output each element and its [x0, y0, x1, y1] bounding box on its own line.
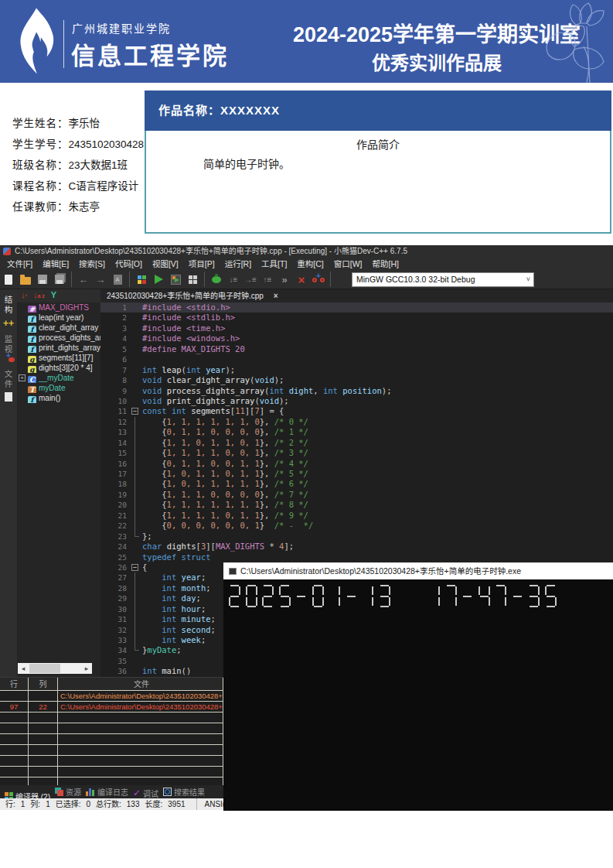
- bottom-tab-resources[interactable]: 资源: [55, 785, 81, 798]
- fold-guide: [135, 635, 135, 645]
- tree-item[interactable]: gdights[3][20 * 4]: [17, 363, 100, 373]
- tree-item[interactable]: fclear_dight_array: [17, 323, 100, 333]
- fold-guide: [135, 427, 135, 437]
- tree-item-label: leap(int year): [39, 313, 83, 322]
- menu-item[interactable]: 代码[O]: [115, 258, 142, 270]
- scroll-right-icon[interactable]: ▸: [81, 663, 92, 674]
- code-token: #include <windows.h>: [142, 333, 240, 343]
- side-tab-监视[interactable]: 监视: [0, 335, 17, 364]
- tree-item[interactable]: fprocess_dights_array: [17, 333, 100, 343]
- message-row[interactable]: 9722C:\Users\Administrator\Desktop\24351…: [0, 702, 223, 713]
- tree-item[interactable]: fprint_dights_array: [17, 343, 100, 353]
- toolbar-button-find-in-files[interactable]: A: [109, 271, 126, 288]
- code-token: int: [162, 593, 176, 603]
- code-token: 0, 1, 1, 0, 0, 1, 1: [167, 459, 260, 468]
- toolbar-button-back-arrow[interactable]: ←: [75, 271, 92, 288]
- toolbar-button-rebuild[interactable]: [184, 271, 201, 288]
- toolbar-button-save[interactable]: [34, 271, 51, 288]
- console-window[interactable]: C:\Users\Administrator\Desktop\243510203…: [223, 562, 613, 810]
- code-text: void process_dights_array(int dight, int…: [142, 386, 391, 396]
- code-token: day: [182, 593, 196, 603]
- bottom-tab-debug[interactable]: ✓调试: [133, 787, 158, 799]
- toolbar-button-open-folder[interactable]: [17, 271, 34, 288]
- fold-column: [130, 417, 141, 427]
- work-box: 作品名称：XXXXXXX 作品简介 简单的电子时钟。: [145, 91, 611, 234]
- code-line: 20 {1, 1, 1, 1, 1, 1, 1}, /* 8 */: [100, 500, 613, 510]
- menu-item[interactable]: 编辑[E]: [43, 258, 69, 270]
- side-tab-结构[interactable]: 结构++: [0, 296, 17, 329]
- toolbar-button-save-all[interactable]: [51, 271, 68, 288]
- code-text: {1, 0, 1, 1, 1, 1, 1}, /* 6 */: [142, 479, 308, 489]
- bottom-tab-compile-log[interactable]: 编译日志: [86, 785, 128, 798]
- toolbar-button-step-out[interactable]: ↑≡: [259, 271, 276, 288]
- tree-item[interactable]: +C__myDate: [17, 373, 100, 383]
- segment: [264, 596, 272, 597]
- toolbar-button-compile-run[interactable]: [167, 271, 184, 288]
- menu-item[interactable]: 运行[R]: [225, 258, 251, 270]
- tree-item[interactable]: #MAX_DIGHTS: [17, 302, 100, 313]
- tree-item[interactable]: fmain(): [17, 393, 100, 403]
- toolbar-button-run[interactable]: [150, 271, 167, 288]
- scroll-left-icon[interactable]: ◂: [18, 663, 29, 674]
- toolbar-button-step-into[interactable]: →≡: [242, 271, 259, 288]
- inheritance-icon[interactable]: Y: [51, 289, 56, 301]
- code-token: 0, 1, 1, 0, 0, 0, 0: [167, 427, 260, 436]
- menu-item[interactable]: 帮助[H]: [372, 258, 398, 270]
- segment: [538, 586, 540, 595]
- bottom-tab-search-results[interactable]: 搜索结果: [163, 785, 205, 798]
- expand-icon[interactable]: +: [19, 374, 26, 381]
- menu-item[interactable]: 窗口[W]: [334, 258, 363, 270]
- menu-item[interactable]: 重构[C]: [297, 258, 323, 270]
- code-token: [142, 614, 162, 624]
- fold-guide: [135, 511, 135, 521]
- editor-tab[interactable]: 2435102030428+李乐怡+简单的电子时钟.cpp ×: [102, 289, 283, 302]
- code-token: ][: [245, 406, 255, 415]
- bottom-tab-label: 编译日志: [97, 786, 128, 798]
- scrollbar-thumb[interactable]: [29, 664, 60, 673]
- code-text: {1, 1, 1, 1, 0, 0, 1}, /* 3 */: [142, 448, 308, 458]
- toolbar-button-debug[interactable]: [208, 271, 225, 288]
- message-row[interactable]: C:\Users\Administrator\Desktop\243510203…: [0, 691, 223, 702]
- close-icon[interactable]: ×: [274, 289, 278, 302]
- compiler-profile-select[interactable]: MinGW GCC10.3.0 32-bit Debug ˅: [352, 272, 534, 287]
- segment: [438, 586, 440, 595]
- code-token: int: [323, 386, 338, 395]
- fold-toggle-icon[interactable]: −: [131, 564, 138, 571]
- horizontal-scrollbar[interactable]: ◂ ▸: [18, 663, 92, 674]
- bottom-tab-compiler[interactable]: 编译器 (2): [5, 790, 50, 798]
- toolbar-button-compile[interactable]: [133, 271, 150, 288]
- fold-column: [130, 365, 141, 375]
- toolbar-button-profiler[interactable]: [310, 271, 327, 288]
- menu-item[interactable]: 项目[P]: [189, 258, 215, 270]
- fold-toggle-icon[interactable]: −: [131, 408, 138, 415]
- toolbar-button-stop[interactable]: ×: [293, 271, 310, 288]
- segment: [505, 586, 506, 595]
- status-segment: 3951: [168, 798, 185, 810]
- continue-icon: »: [281, 274, 287, 285]
- toolbar-button-new-file[interactable]: [0, 271, 17, 288]
- menu-item[interactable]: 视图[V]: [152, 258, 179, 270]
- code-line: 16 {0, 1, 1, 0, 0, 1, 1}, /* 4 */: [100, 459, 613, 469]
- sort-alpha-icon[interactable]: ↓a z: [33, 289, 45, 302]
- menu-item[interactable]: 搜索[S]: [79, 258, 105, 270]
- segment: [455, 586, 457, 595]
- clock-digit: [346, 585, 357, 607]
- save-icon: [38, 275, 47, 284]
- toolbar-button-step-over[interactable]: ↓≡: [225, 271, 242, 288]
- segment: [322, 597, 324, 606]
- menu-item[interactable]: 工具[T]: [261, 258, 287, 270]
- menu-item[interactable]: 文件[F]: [7, 258, 32, 270]
- toolbar-button-continue[interactable]: »: [276, 271, 293, 288]
- sort-by-type-icon[interactable]: ↓¹: [21, 289, 27, 302]
- tree-item[interactable]: fleap(int year): [17, 313, 100, 323]
- line-number: 6: [100, 354, 127, 364]
- clock-digit: [461, 585, 473, 607]
- side-tab-文件[interactable]: 文件: [0, 370, 17, 402]
- console-icon: [229, 568, 237, 575]
- tree-item[interactable]: gsegments[11][7]: [17, 353, 100, 363]
- console-titlebar[interactable]: C:\Users\Administrator\Desktop\243510203…: [223, 563, 613, 579]
- code-text: void print_dights_array(void);: [142, 396, 289, 406]
- toolbar-button-forward-arrow[interactable]: →: [92, 271, 109, 288]
- code-token: ,: [313, 386, 323, 395]
- tree-item[interactable]: TmyDate: [17, 383, 100, 393]
